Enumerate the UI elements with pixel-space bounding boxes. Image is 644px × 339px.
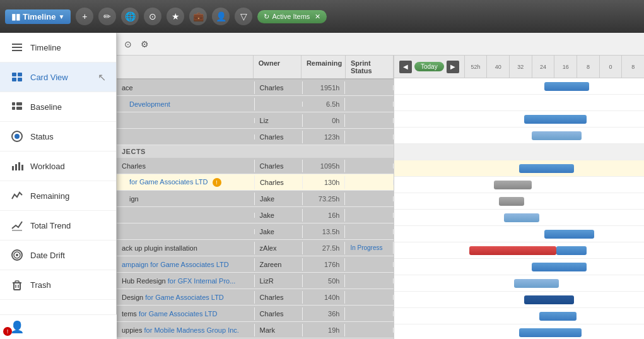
- close-chip-icon[interactable]: ✕: [315, 13, 320, 21]
- task-link[interactable]: ampaign for Game Associates LTD: [122, 261, 229, 268]
- gantt-bar[interactable]: [544, 230, 594, 239]
- gantt-bar[interactable]: [524, 115, 587, 124]
- sidebar-item-status[interactable]: Status: [0, 122, 116, 152]
- nav-button[interactable]: ⊙: [144, 8, 161, 25]
- gantt-bar[interactable]: [494, 181, 531, 189]
- gantt-scale: 52h 40 32 24 16 8 0 8: [464, 56, 644, 78]
- gantt-row: [394, 111, 644, 128]
- edit-button[interactable]: ✏: [98, 8, 116, 25]
- task-name: ign: [117, 193, 255, 205]
- scale-52h: 52h: [464, 56, 487, 78]
- task-link[interactable]: Development: [129, 100, 170, 108]
- sidebar-bottom-profile[interactable]: 👤: [0, 315, 117, 339]
- table-row: ack up plugin installation zAlex 27.5h I…: [117, 240, 394, 256]
- table-row: ampaign for Game Associates LTD Zareen 1…: [117, 256, 394, 273]
- gantt-bar[interactable]: [524, 295, 574, 304]
- filter-button[interactable]: ▽: [235, 8, 252, 25]
- task-sprint: [345, 295, 394, 300]
- sidebar-item-total-trend[interactable]: Total Trend: [0, 211, 116, 241]
- cursor-icon: ↖: [98, 71, 106, 83]
- profile-avatar-icon: 👤: [10, 320, 24, 334]
- sidebar-item-card-view[interactable]: Card View ↖: [0, 62, 116, 92]
- table-row: Jake 16h: [117, 207, 394, 223]
- timeline-brand-button[interactable]: ▮▮ Timeline ▼: [5, 9, 71, 24]
- warning-badge: !: [213, 178, 221, 187]
- task-name: Development: [117, 98, 255, 110]
- gantt-bar[interactable]: [532, 263, 587, 271]
- star-button[interactable]: ★: [167, 8, 184, 25]
- user-button[interactable]: 👤: [212, 8, 230, 25]
- gantt-bar[interactable]: [519, 164, 574, 173]
- gantt-bar[interactable]: [469, 246, 557, 255]
- svg-rect-0: [12, 44, 22, 45]
- gantt-row: [394, 160, 644, 177]
- gantt-bar[interactable]: [514, 279, 559, 288]
- sidebar-item-workload[interactable]: Workload: [0, 152, 116, 181]
- gantt-row: [394, 242, 644, 259]
- task-link[interactable]: for Game Associates LTD: [139, 310, 218, 318]
- task-sprint: [345, 229, 394, 234]
- sidebar-item-remaining[interactable]: Remaining: [0, 181, 116, 211]
- gantt-prev-button[interactable]: ◀: [399, 61, 412, 73]
- gantt-row: [394, 193, 644, 210]
- sidebar-item-date-drift[interactable]: Date Drift: [0, 241, 116, 270]
- sidebar-item-timeline[interactable]: Timeline: [0, 33, 116, 62]
- table-row: Design for Game Associates LTD Charles 1…: [117, 289, 394, 306]
- active-items-label: Active Items: [272, 13, 310, 20]
- th-remaining: Remaining: [302, 56, 346, 78]
- task-sprint: [345, 134, 394, 140]
- task-list: Owner Remaining Sprint Status ace Charle…: [117, 56, 394, 339]
- task-owner: Jake: [255, 225, 303, 238]
- task-name: [117, 213, 255, 218]
- gantt-bar[interactable]: [556, 246, 587, 255]
- task-owner: Jake: [255, 193, 303, 205]
- filter-icon: ▽: [240, 11, 247, 21]
- scale-40: 40: [486, 56, 509, 78]
- task-link[interactable]: for GFX Internal Pro...: [168, 277, 236, 285]
- gantt-bar[interactable]: [519, 328, 582, 337]
- github-icon[interactable]: ⊙: [122, 38, 134, 51]
- gantt-bar[interactable]: [532, 131, 582, 140]
- table-row: Hub Redesign for GFX Internal Pro... Liz…: [117, 273, 394, 289]
- task-link[interactable]: for Game Associates LTD: [145, 294, 224, 301]
- gantt-bar[interactable]: [544, 82, 589, 91]
- sidebar-item-baseline[interactable]: Baseline: [0, 92, 116, 122]
- sidebar-label-total-trend: Total Trend: [30, 221, 71, 230]
- task-remaining: 1095h: [303, 160, 345, 172]
- task-name: [117, 134, 255, 140]
- task-owner: Charles: [255, 131, 303, 143]
- workload-icon: [10, 159, 24, 173]
- svg-rect-20: [14, 283, 20, 290]
- active-items-chip[interactable]: ↻ Active Items ✕: [257, 10, 327, 23]
- svg-rect-3: [12, 73, 16, 76]
- gantt-bar[interactable]: [539, 312, 577, 321]
- sidebar: Timeline Card View ↖: [0, 33, 117, 339]
- task-link[interactable]: for Mobile Madness Group Inc.: [144, 326, 238, 334]
- task-sprint: [345, 164, 394, 169]
- sidebar-item-trash[interactable]: Trash: [0, 270, 116, 300]
- task-link[interactable]: for Game Associates LTD: [129, 178, 208, 186]
- th-owner: Owner: [254, 56, 302, 78]
- gantt-bar[interactable]: [499, 197, 524, 206]
- briefcase-button[interactable]: 💼: [189, 8, 207, 25]
- content-area: ⊙ ⚙ Owner Remaining Sprint Status ace Ch…: [117, 33, 644, 339]
- task-name: for Game Associates LTD !: [117, 175, 255, 189]
- svg-rect-7: [12, 102, 15, 105]
- gantt-row: [394, 95, 644, 111]
- pencil-icon: ✏: [103, 11, 111, 21]
- gantt-bar[interactable]: [504, 213, 539, 222]
- globe-button[interactable]: 🌐: [121, 8, 139, 25]
- settings-icon[interactable]: ⚙: [138, 38, 151, 51]
- svg-rect-15: [18, 162, 20, 170]
- task-sprint: [345, 328, 394, 333]
- add-button[interactable]: +: [76, 8, 93, 25]
- sidebar-label-workload: Workload: [30, 162, 65, 171]
- gantt-today-button[interactable]: Today: [414, 62, 444, 71]
- task-owner: Charles: [255, 160, 303, 172]
- task-name: Charles: [117, 160, 255, 172]
- task-owner: Charles: [255, 307, 303, 320]
- trash-icon: [10, 278, 24, 292]
- gantt-next-button[interactable]: ▶: [447, 61, 459, 73]
- gantt-rows: [394, 78, 644, 339]
- task-sprint: [345, 118, 394, 123]
